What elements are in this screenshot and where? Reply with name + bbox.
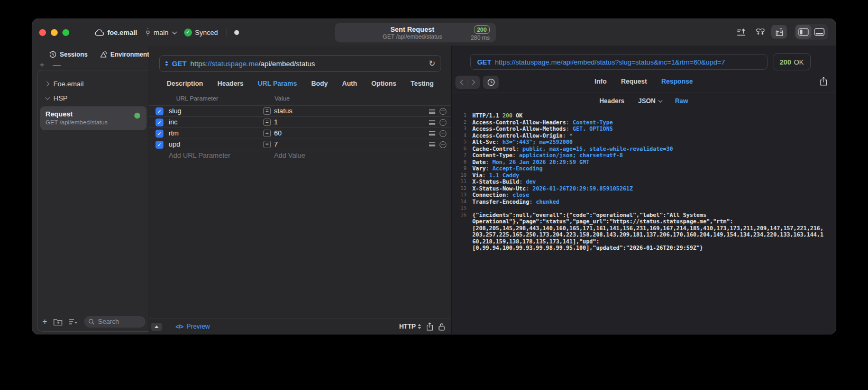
request-url-bar[interactable]: GET https://statuspage.me/api/embed/stat… bbox=[159, 55, 441, 72]
request-item-title: Request bbox=[45, 110, 141, 119]
sidebar-search[interactable] bbox=[84, 316, 145, 328]
code-line: 16{"incidents":null,"overall":{"code":"o… bbox=[458, 212, 830, 251]
cloud-icon bbox=[94, 29, 104, 36]
tab-environments[interactable]: Environments bbox=[99, 51, 153, 58]
request-panel: GET https://statuspage.me/api/embed/stat… bbox=[149, 46, 452, 334]
reorder-icon[interactable] bbox=[429, 109, 435, 114]
toggle-sidebar-button[interactable] bbox=[796, 25, 811, 39]
add-param-name-placeholder[interactable]: Add URL Parameter bbox=[169, 151, 231, 159]
tab-auth[interactable]: Auth bbox=[342, 80, 357, 87]
project-button[interactable]: foe.email bbox=[94, 29, 137, 37]
tab-sessions[interactable]: Sessions bbox=[49, 51, 88, 58]
reorder-icon[interactable] bbox=[429, 142, 435, 147]
param-value-input[interactable]: 7 bbox=[274, 140, 278, 148]
param-checkbox[interactable]: ✓ bbox=[156, 107, 163, 115]
new-request-button[interactable]: + bbox=[42, 318, 47, 325]
sync-status[interactable]: ✓ Synced bbox=[184, 29, 218, 37]
add-session-button[interactable]: + bbox=[40, 61, 44, 68]
request-method[interactable]: GET bbox=[172, 60, 187, 68]
tree-item-hsp[interactable]: HSP bbox=[38, 91, 149, 105]
param-value-input[interactable]: status bbox=[274, 107, 293, 115]
share-request-button[interactable] bbox=[426, 322, 433, 331]
tab-request[interactable]: Request bbox=[621, 78, 647, 85]
tab-headers[interactable]: Headers bbox=[217, 80, 243, 87]
tree-item-foe-email[interactable]: Foe.email bbox=[38, 77, 149, 91]
send-receive-button[interactable] bbox=[771, 25, 787, 39]
share-response-button[interactable] bbox=[820, 77, 827, 86]
remove-session-button[interactable]: — bbox=[53, 61, 61, 68]
back-button[interactable] bbox=[455, 79, 468, 85]
close-window-button[interactable] bbox=[39, 29, 46, 36]
zoom-window-button[interactable] bbox=[62, 29, 69, 36]
line-content: Cache-Control: public, max-age=15, stale… bbox=[472, 146, 673, 152]
request-panel-spacer bbox=[149, 161, 451, 319]
lock-button[interactable] bbox=[438, 323, 445, 331]
list-view-button[interactable] bbox=[69, 319, 78, 325]
line-number: 12 bbox=[458, 185, 467, 192]
sent-request-pill[interactable]: Sent Request GET /api/embed/status 200 2… bbox=[335, 23, 496, 42]
tab-options[interactable]: Options bbox=[371, 80, 396, 87]
param-name-input[interactable]: upd bbox=[169, 140, 180, 148]
protocol-selector[interactable]: HTTP bbox=[399, 323, 421, 330]
line-content: X-Status-Now-Utc: 2026-01-26T20:29:59.85… bbox=[472, 185, 633, 192]
protocol-label: HTTP bbox=[399, 323, 416, 330]
request-url[interactable]: https://statuspage.me/api/embed/status bbox=[190, 60, 315, 68]
response-nav: InfoRequestResponse bbox=[452, 74, 836, 93]
tab-url-params[interactable]: URL Params bbox=[258, 80, 297, 87]
remove-param-icon[interactable] bbox=[440, 108, 446, 115]
tab-response[interactable]: Response bbox=[661, 78, 693, 85]
add-param-value-placeholder[interactable]: Add Value bbox=[274, 151, 305, 159]
code-line: 1HTTP/1.1 200 OK bbox=[458, 112, 830, 119]
sidebar-footer: + bbox=[38, 312, 149, 331]
remove-param-icon[interactable] bbox=[440, 119, 446, 126]
param-name-input[interactable]: rtm bbox=[169, 129, 179, 137]
code-line: 15 bbox=[458, 205, 830, 212]
code-line: 4Access-Control-Allow-Origin: * bbox=[458, 132, 830, 139]
export-list-button[interactable] bbox=[733, 25, 749, 39]
request-tree: Foe.email HSP Request GET /api/embed/sta… bbox=[38, 70, 149, 312]
minimize-window-button[interactable] bbox=[51, 29, 58, 36]
history-icon bbox=[49, 51, 57, 58]
branch-selector[interactable]: main bbox=[145, 28, 175, 37]
param-value-input[interactable]: 60 bbox=[274, 129, 281, 137]
tab-body[interactable]: Body bbox=[311, 80, 327, 87]
line-content: Transfer-Encoding: chunked bbox=[472, 198, 559, 205]
code-line: 13Connection: close bbox=[458, 192, 830, 198]
tab-description[interactable]: Description bbox=[167, 80, 203, 87]
tab-testing[interactable]: Testing bbox=[410, 80, 434, 87]
new-folder-button[interactable] bbox=[53, 318, 62, 325]
reorder-icon[interactable] bbox=[429, 120, 435, 125]
lasso-sync-button[interactable] bbox=[752, 25, 768, 39]
response-status-code: 200 bbox=[780, 58, 791, 66]
param-name-input[interactable]: slug bbox=[169, 107, 181, 115]
history-clock-button[interactable] bbox=[483, 76, 499, 89]
tab-info[interactable]: Info bbox=[595, 78, 607, 85]
sidebar-tabs: Sessions Environments bbox=[32, 46, 149, 61]
search-input[interactable] bbox=[84, 316, 145, 328]
subtab-headers[interactable]: Headers bbox=[599, 97, 624, 105]
remove-param-icon[interactable] bbox=[440, 141, 446, 148]
forward-button[interactable] bbox=[468, 79, 480, 85]
preview-button[interactable]: </> Preview bbox=[176, 323, 210, 330]
param-checkbox[interactable]: ✓ bbox=[156, 130, 163, 138]
resend-icon[interactable]: ↻ bbox=[428, 59, 435, 68]
toggle-bottom-panel-button[interactable] bbox=[811, 25, 827, 39]
add-param-row[interactable]: Add URL Parameter Add Value bbox=[149, 150, 451, 161]
column-value: Value bbox=[275, 95, 290, 102]
response-code: 1HTTP/1.1 200 OK2Access-Control-Allow-He… bbox=[452, 109, 836, 334]
expand-panel-button[interactable] bbox=[151, 323, 162, 331]
reorder-icon[interactable] bbox=[429, 131, 435, 136]
param-name-input[interactable]: inc bbox=[169, 118, 178, 126]
project-name: foe.email bbox=[107, 29, 137, 37]
param-value-input[interactable]: 1 bbox=[274, 118, 278, 126]
response-url-box[interactable]: GET https://statuspage.me/api/embed/stat… bbox=[470, 54, 768, 70]
subtab-json[interactable]: JSON bbox=[638, 97, 662, 105]
response-status-text: OK bbox=[794, 58, 804, 66]
param-checkbox[interactable]: ✓ bbox=[156, 119, 163, 126]
request-list-item-selected[interactable]: Request GET /api/embed/status bbox=[40, 106, 147, 130]
method-stepper-icon[interactable] bbox=[165, 61, 168, 66]
remove-param-icon[interactable] bbox=[440, 130, 446, 137]
subtab-raw[interactable]: Raw bbox=[675, 97, 688, 105]
param-checkbox[interactable]: ✓ bbox=[156, 141, 163, 149]
code-line: 9Vary: Accept-Encoding bbox=[458, 165, 830, 172]
